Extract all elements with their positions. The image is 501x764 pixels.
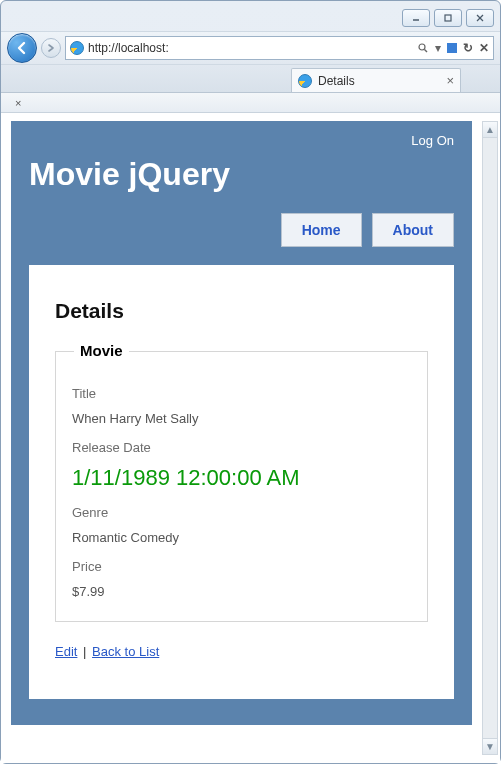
site-container: Log On Movie jQuery Home About Details M… bbox=[11, 121, 472, 725]
secondary-toolbar: × bbox=[1, 93, 500, 113]
tab-strip: Details × bbox=[1, 65, 500, 93]
address-bar-icons: ▾ ↻ ✕ bbox=[417, 41, 489, 55]
nav-menu: Home About bbox=[29, 213, 454, 247]
scroll-up-icon[interactable]: ▲ bbox=[483, 122, 497, 138]
nav-about[interactable]: About bbox=[372, 213, 454, 247]
browser-tab[interactable]: Details × bbox=[291, 68, 461, 92]
fieldset-legend: Movie bbox=[74, 342, 129, 359]
label-genre: Genre bbox=[72, 505, 411, 520]
logon-link[interactable]: Log On bbox=[411, 133, 454, 148]
window-close-button[interactable] bbox=[466, 9, 494, 27]
scroll-down-icon[interactable]: ▼ bbox=[483, 738, 497, 754]
tab-close-icon[interactable]: × bbox=[446, 73, 454, 88]
svg-point-4 bbox=[419, 44, 425, 50]
account-bar: Log On bbox=[29, 133, 454, 148]
stop-icon[interactable]: ✕ bbox=[479, 41, 489, 55]
search-icon[interactable] bbox=[417, 42, 429, 54]
tab-title: Details bbox=[318, 74, 355, 88]
label-title: Title bbox=[72, 386, 411, 401]
value-price: $7.99 bbox=[72, 584, 411, 599]
address-text: http://localhost: bbox=[88, 41, 169, 55]
close-toolbar-icon[interactable]: × bbox=[15, 97, 21, 109]
page-viewport: Log On Movie jQuery Home About Details M… bbox=[1, 113, 500, 763]
value-title: When Harry Met Sally bbox=[72, 411, 411, 426]
value-genre: Romantic Comedy bbox=[72, 530, 411, 545]
window-titlebar bbox=[1, 1, 500, 31]
nav-back-button[interactable] bbox=[7, 33, 37, 63]
site-header: Log On Movie jQuery Home About bbox=[29, 133, 454, 247]
page-action-links: Edit | Back to List bbox=[55, 644, 428, 659]
address-bar[interactable]: http://localhost: ▾ ↻ ✕ bbox=[65, 36, 494, 60]
nav-forward-button[interactable] bbox=[41, 38, 61, 58]
browser-window: http://localhost: ▾ ↻ ✕ Details × × bbox=[0, 0, 501, 764]
browser-toolbar: http://localhost: ▾ ↻ ✕ bbox=[1, 31, 500, 65]
value-release: 1/11/1989 12:00:00 AM bbox=[72, 465, 411, 491]
back-to-list-link[interactable]: Back to List bbox=[92, 644, 159, 659]
page-body: Details Movie Title When Harry Met Sally… bbox=[29, 265, 454, 699]
window-maximize-button[interactable] bbox=[434, 9, 462, 27]
dropdown-icon[interactable]: ▾ bbox=[435, 41, 441, 55]
ie-icon bbox=[298, 74, 312, 88]
label-price: Price bbox=[72, 559, 411, 574]
vertical-scrollbar[interactable]: ▲ ▼ bbox=[482, 121, 498, 755]
nav-home[interactable]: Home bbox=[281, 213, 362, 247]
svg-line-5 bbox=[425, 50, 428, 53]
page-heading: Details bbox=[55, 299, 428, 323]
label-release: Release Date bbox=[72, 440, 411, 455]
link-separator: | bbox=[83, 644, 86, 659]
ie-icon bbox=[70, 41, 84, 55]
edit-link[interactable]: Edit bbox=[55, 644, 77, 659]
svg-rect-1 bbox=[445, 15, 451, 21]
compat-view-icon[interactable] bbox=[447, 43, 457, 53]
details-fieldset: Movie Title When Harry Met Sally Release… bbox=[55, 351, 428, 622]
site-title: Movie jQuery bbox=[29, 156, 454, 201]
window-minimize-button[interactable] bbox=[402, 9, 430, 27]
refresh-icon[interactable]: ↻ bbox=[463, 41, 473, 55]
